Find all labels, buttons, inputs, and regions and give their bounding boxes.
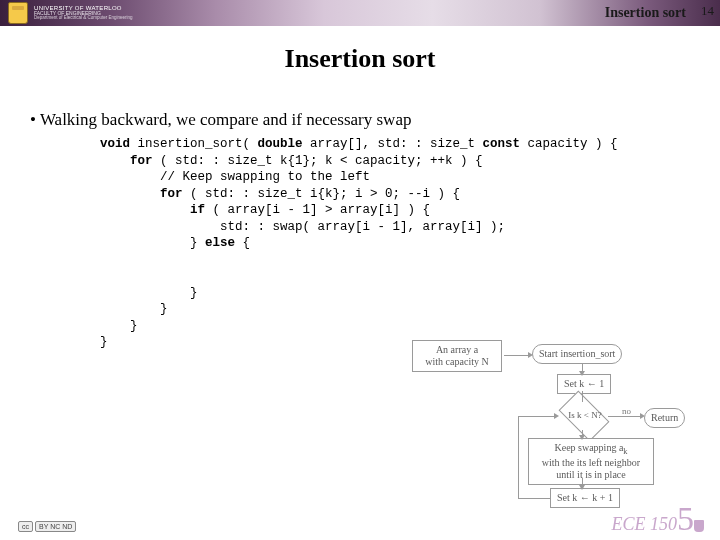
dept-name: Department of Electrical & Computer Engi… <box>34 16 133 21</box>
arrow-icon <box>518 416 556 417</box>
arrowhead-icon <box>579 435 585 440</box>
cc-icon: cc <box>18 521 33 532</box>
bullet-text: Walking backward, we compare and if nece… <box>40 110 412 129</box>
flow-decision-label: Is k < N? <box>560 410 610 420</box>
course-big-number: 5 <box>677 500 692 537</box>
page-number: 14 <box>701 3 714 19</box>
shield-icon <box>694 520 704 532</box>
arrow-icon <box>504 355 530 356</box>
flow-edge-no: no <box>622 406 631 416</box>
code-block: void insertion_sort( double array[], std… <box>100 136 700 351</box>
flow-node-return: Return <box>644 408 685 428</box>
arrow-icon <box>608 416 642 417</box>
cc-license: cc BY NC ND <box>18 521 76 532</box>
arrowhead-icon <box>579 371 585 376</box>
content-area: • Walking backward, we compare and if ne… <box>30 110 700 351</box>
university-crest-icon <box>8 2 28 24</box>
arrow-icon <box>518 416 519 498</box>
flow-node-setkinc: Set k ← k + 1 <box>550 488 620 508</box>
flow-node-start: Start insertion_sort <box>532 344 622 364</box>
arrowhead-icon <box>579 485 585 490</box>
arrowhead-icon <box>640 413 645 419</box>
course-code: ECE 150 <box>612 514 678 534</box>
flow-node-setk1: Set k ← 1 <box>557 374 611 394</box>
header-band: UNIVERSITY OF WATERLOO FACULTY OF ENGINE… <box>0 0 720 26</box>
page-title: Insertion sort <box>0 44 720 74</box>
cc-by-icon: BY NC ND <box>35 521 76 532</box>
arrowhead-icon <box>528 352 533 358</box>
flowchart-diagram: An array awith capacity N Start insertio… <box>412 340 692 510</box>
breadcrumb: Insertion sort <box>605 5 686 21</box>
arrowhead-icon <box>554 413 559 419</box>
university-text: UNIVERSITY OF WATERLOO FACULTY OF ENGINE… <box>34 5 133 21</box>
flow-node-input: An array awith capacity N <box>412 340 502 372</box>
arrow-icon <box>518 498 550 499</box>
arrow-icon <box>582 391 583 402</box>
flow-node-swap: Keep swapping ak with the its left neigh… <box>528 438 654 485</box>
course-footer: ECE 1505 <box>612 500 705 538</box>
bullet-point: • Walking backward, we compare and if ne… <box>30 110 700 130</box>
